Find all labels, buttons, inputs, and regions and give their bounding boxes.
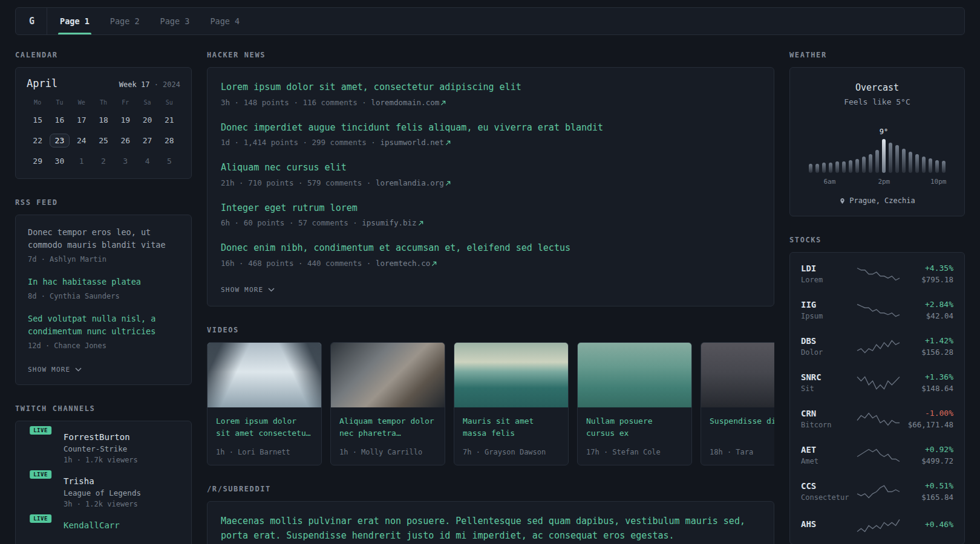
stock-price: $795.18	[900, 275, 953, 284]
hn-story-link[interactable]: Aliquam nec cursus elit	[221, 161, 760, 175]
stock-row[interactable]: SNRC Sit +1.36% $148.64	[790, 364, 964, 401]
right-column: WEATHER Overcast Feels like 5°C 9° 6am2p…	[789, 51, 965, 544]
live-badge: LIVE	[28, 513, 53, 524]
video-thumbnail[interactable]	[331, 343, 445, 407]
video-thumbnail[interactable]	[454, 343, 568, 407]
hn-story-domain-link[interactable]: loremdomain.com	[371, 98, 446, 107]
calendar-day: 19	[114, 112, 136, 128]
nav-tab[interactable]: Page 4	[200, 8, 250, 34]
hn-story-stats: 6h · 60 points · 57 comments ·	[221, 218, 362, 227]
stock-symbol: AHS	[801, 519, 857, 529]
hn-story: Donec imperdiet augue tincidunt felis al…	[221, 121, 760, 149]
twitch-channel-row[interactable]: LIVE ForrestBurton Counter-Strike 1h · 1…	[27, 432, 180, 464]
hn-story-link[interactable]: Donec imperdiet augue tincidunt felis al…	[221, 121, 760, 135]
stock-row[interactable]: CCS Consectetur +0.51% $165.84	[790, 473, 964, 510]
video-title-link[interactable]: Lorem ipsum dolor sit amet consectetu…	[216, 415, 313, 441]
video-thumbnail[interactable]	[207, 343, 321, 407]
hn-story-link[interactable]: Integer eget rutrum lorem	[221, 202, 760, 215]
rss-show-more-button[interactable]: SHOW MORE	[28, 363, 82, 376]
video-card[interactable]: Mauris sit amet massa felis 7h · Grayson…	[454, 342, 569, 465]
weather-bar	[895, 145, 899, 173]
weather-bar	[862, 157, 866, 173]
stock-row[interactable]: IIG Ipsum +2.84% $42.04	[790, 292, 964, 328]
hn-story-domain-link[interactable]: ipsumworld.net	[380, 138, 450, 147]
stock-change: +0.51%	[900, 481, 953, 490]
hn-show-more-button[interactable]: SHOW MORE	[221, 283, 275, 296]
subreddit-card: Maecenas mollis pulvinar erat non posuer…	[207, 501, 774, 544]
calendar-dow: We	[71, 99, 93, 106]
subreddit-post-link[interactable]: Maecenas mollis pulvinar erat non posuer…	[221, 514, 760, 544]
video-title-link[interactable]: Nullam posuere cursus ex	[586, 415, 683, 441]
stocks-card: LDI Lorem +4.35% $795.18	[789, 252, 965, 544]
weather-location: Prague, Czechia	[849, 196, 915, 205]
hn-story-domain-link[interactable]: loremlandia.org	[376, 178, 451, 187]
calendar-day: 28	[158, 132, 180, 148]
video-thumbnail[interactable]	[578, 343, 691, 407]
weather-bar	[829, 163, 832, 173]
video-card[interactable]: Suspendisse diam 18h · Tara	[701, 342, 774, 465]
calendar-day: 5	[158, 153, 180, 169]
calendar-day-number: 25	[93, 134, 114, 147]
weather-time-label: 2pm	[878, 178, 890, 186]
nav-tab[interactable]: Page 2	[100, 8, 150, 34]
stock-symbol: CCS	[801, 481, 857, 491]
stock-sparkline	[857, 411, 900, 427]
weather-bar	[835, 161, 839, 173]
calendar-days-grid: 15 16 17 18	[27, 112, 180, 169]
rss-item-link[interactable]: In hac habitasse platea	[28, 276, 179, 288]
external-link-icon	[445, 181, 451, 186]
video-title-link[interactable]: Suspendisse diam	[710, 415, 774, 441]
stock-right: -1.00% $66,171.48	[900, 409, 953, 429]
stock-symbol: SNRC	[801, 372, 857, 382]
calendar-day: 30	[48, 153, 70, 169]
stock-symbol: IIG	[801, 300, 857, 309]
weather-time-label: 10pm	[930, 178, 947, 186]
stock-row[interactable]: CRN Bitcorn -1.00% $66,171.48	[790, 401, 964, 437]
stock-change: +0.46%	[900, 520, 953, 529]
middle-column: HACKER NEWS Lorem ipsum dolor sit amet, …	[207, 51, 774, 544]
weather-bar	[815, 164, 819, 173]
app-logo[interactable]: G	[18, 8, 47, 34]
video-card[interactable]: Lorem ipsum dolor sit amet consectetu… 1…	[207, 342, 322, 465]
hn-story-domain-link[interactable]: ipsumify.biz	[362, 218, 423, 227]
weather-bar	[842, 161, 846, 173]
hn-story: Integer eget rutrum lorem 6h · 60 points…	[221, 202, 760, 230]
stock-price: $66,171.48	[900, 420, 953, 429]
twitch-channel-row[interactable]: LIVE KendallCarr	[27, 520, 180, 533]
rss-item-link[interactable]: Sed volutpat nulla nisl, a condimentum n…	[28, 312, 179, 338]
twitch-channel-info: ForrestBurton Counter-Strike 1h · 1.7k v…	[64, 432, 138, 464]
stock-change: +0.92%	[900, 445, 953, 454]
video-meta: 18h · Tara	[710, 448, 774, 456]
video-title-link[interactable]: Mauris sit amet massa felis	[463, 415, 560, 441]
rss-item-link[interactable]: Donec tempor eros leo, ut commodo mauris…	[28, 226, 179, 251]
stock-right: +2.84% $42.04	[900, 300, 953, 320]
calendar-day: 1	[71, 153, 93, 169]
hn-story-link[interactable]: Donec enim nibh, condimentum et accumsan…	[221, 242, 760, 255]
video-card[interactable]: Nullam posuere cursus ex 17h · Stefan Co…	[577, 342, 692, 465]
external-link-icon	[431, 261, 437, 267]
rss-widget-title: RSS FEED	[15, 198, 192, 207]
weather-feels-like: Feels like 5°C	[801, 97, 953, 106]
weather-bar	[822, 163, 826, 173]
nav-tab[interactable]: Page 1	[50, 8, 100, 34]
twitch-meta: 3h · 1.2k viewers	[64, 500, 141, 508]
stock-row[interactable]: LDI Lorem +4.35% $795.18	[790, 256, 964, 292]
video-thumbnail[interactable]	[701, 343, 774, 407]
video-card[interactable]: Aliquam tempor dolor nec pharetra… 1h · …	[330, 342, 445, 465]
hn-story-link[interactable]: Lorem ipsum dolor sit amet, consectetur …	[221, 81, 760, 94]
stock-right: +0.46%	[900, 520, 953, 531]
nav-tab[interactable]: Page 3	[150, 8, 200, 34]
hn-story-domain: ipsumify.biz	[362, 218, 416, 227]
hn-card: Lorem ipsum dolor sit amet, consectetur …	[207, 67, 774, 306]
stock-row[interactable]: AHS +0.46%	[790, 510, 964, 541]
hn-story-domain-link[interactable]: loremtech.co	[376, 259, 437, 268]
video-title-link[interactable]: Aliquam tempor dolor nec pharetra…	[339, 415, 436, 441]
rss-card: Donec tempor eros leo, ut commodo mauris…	[15, 215, 192, 385]
twitch-channel-row[interactable]: LIVE Trisha League of Legends 3h · 1.2k …	[27, 476, 180, 508]
hn-story: Lorem ipsum dolor sit amet, consectetur …	[221, 81, 760, 109]
stock-right: +0.51% $165.84	[900, 481, 953, 502]
calendar-day-number: 19	[115, 113, 136, 127]
stock-row[interactable]: DBS Dolor +1.42% $156.28	[790, 328, 964, 364]
stock-row[interactable]: AET Amet +0.92% $499.72	[790, 437, 964, 473]
subreddit-post: Maecenas mollis pulvinar erat non posuer…	[221, 514, 760, 544]
